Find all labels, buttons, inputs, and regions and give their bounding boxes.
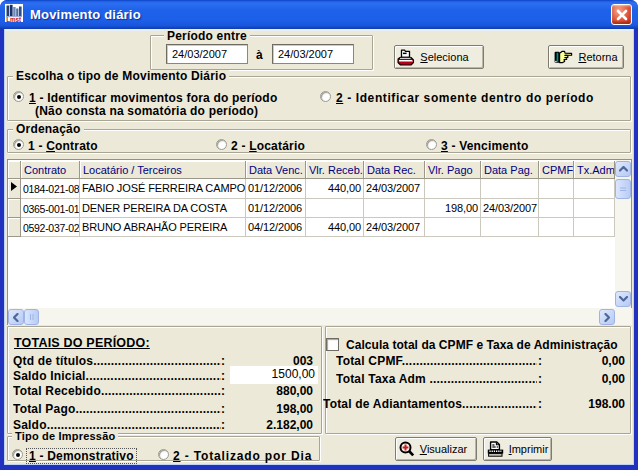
svg-text:Lmst: Lmst xyxy=(6,16,22,22)
